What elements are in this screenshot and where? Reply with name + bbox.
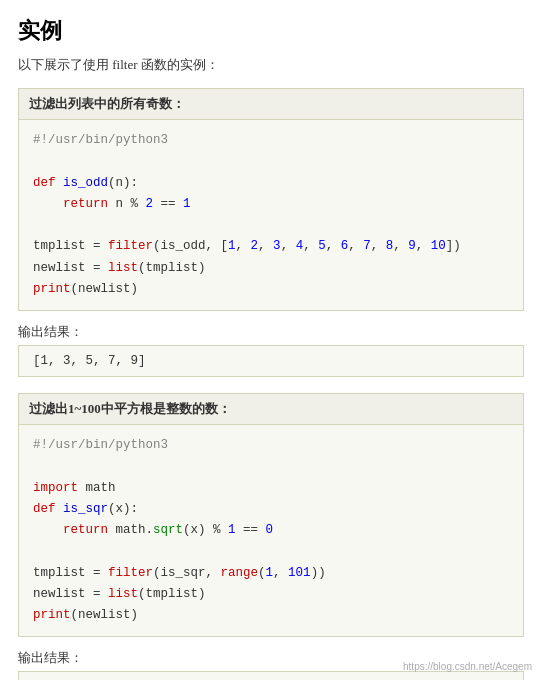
page-title: 实例	[18, 16, 524, 46]
page-description: 以下展示了使用 filter 函数的实例：	[18, 56, 524, 74]
section-2-code: #!/usr/bin/python3 import math def is_sq…	[18, 425, 524, 637]
section-1-output: [1, 3, 5, 7, 9]	[18, 345, 524, 377]
section-1-output-label: 输出结果：	[18, 323, 524, 341]
watermark: https://blog.csdn.net/Acegem	[403, 661, 532, 672]
section-2-output: [1, 4, 9, 16, 25, 36, 49, 64, 81, 100]	[18, 671, 524, 680]
section-1: 过滤出列表中的所有奇数： #!/usr/bin/python3 def is_o…	[18, 88, 524, 377]
section-2-heading: 过滤出1~100中平方根是整数的数：	[18, 393, 524, 425]
section-2: 过滤出1~100中平方根是整数的数： #!/usr/bin/python3 im…	[18, 393, 524, 680]
section-1-code: #!/usr/bin/python3 def is_odd(n): return…	[18, 120, 524, 311]
section-1-heading: 过滤出列表中的所有奇数：	[18, 88, 524, 120]
